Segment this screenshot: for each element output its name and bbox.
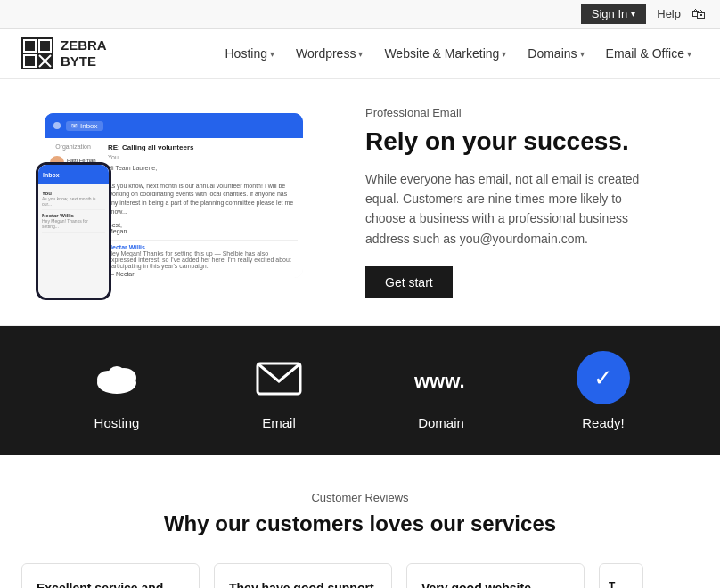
svg-point-9 (108, 366, 126, 382)
cart-icon[interactable]: 🛍 (691, 6, 706, 22)
domain-icon: www. (414, 351, 468, 404)
nav-hosting[interactable]: Hosting ▾ (218, 41, 282, 66)
feature-domain: www. Domain (414, 351, 468, 430)
chevron-down-icon: ▾ (270, 49, 274, 59)
feature-email: Email (252, 351, 306, 430)
feature-hosting: Hosting (90, 351, 143, 430)
main-nav: Hosting ▾ Wordpress ▾ Website & Marketin… (218, 41, 700, 66)
review-card-partial: T... U... (599, 563, 643, 588)
email-icon (252, 351, 306, 404)
review-card-title: Very good website (421, 580, 569, 588)
review-card-3: Very good website "Very good website, ea… (406, 563, 585, 588)
feature-domain-label: Domain (418, 415, 464, 430)
review-card-1: Excellent service and Very patient "Exce… (21, 563, 200, 588)
reviews-cards: Excellent service and Very patient "Exce… (21, 563, 699, 588)
review-card-title: They have good support (229, 580, 377, 588)
feature-hosting-label: Hosting (94, 415, 140, 430)
header: ZEBRA BYTE Hosting ▾ Wordpress ▾ Website… (0, 29, 720, 79)
review-card-title: Excellent service and Very patient (37, 580, 184, 588)
email-subject: RE: Calling all volunteers (108, 143, 298, 151)
top-bar: Sign In ▾ Help 🛍 (0, 0, 720, 29)
reviews-tag: Customer Reviews (21, 491, 699, 504)
nav-email-office[interactable]: Email & Office ▾ (599, 41, 699, 66)
get-start-button[interactable]: Get start (365, 266, 453, 298)
phone-device: Inbox You As you know, next month is our… (36, 162, 111, 300)
help-link[interactable]: Help (657, 7, 681, 20)
chevron-down-icon: ▾ (502, 49, 506, 59)
chevron-down-icon: ▾ (358, 49, 363, 59)
signin-arrow: ▾ (631, 9, 635, 19)
logo-text: ZEBRA BYTE (61, 37, 107, 69)
signin-button[interactable]: Sign In ▾ (581, 4, 646, 24)
nav-website-marketing[interactable]: Website & Marketing ▾ (377, 41, 513, 66)
cloud-icon (90, 351, 143, 404)
feature-email-label: Email (262, 415, 296, 430)
phone-email-item: You As you know, next month is our... (42, 188, 105, 210)
reviews-title: Why our customers loves our services (21, 511, 699, 536)
feature-ready-label: Ready! (582, 415, 625, 430)
nav-domains[interactable]: Domains ▾ (520, 41, 591, 66)
feature-ready: ✓ Ready! (577, 351, 630, 430)
hero-description: While everyone has email, not all email … (365, 169, 650, 249)
review-card-2: They have good support "Thy have good su… (214, 563, 392, 588)
reviews-section: Customer Reviews Why our customers loves… (0, 455, 720, 588)
hero-tag: Professional Email (365, 106, 684, 119)
ready-circle-icon: ✓ (577, 351, 630, 404)
chevron-down-icon: ▾ (580, 49, 585, 59)
phone-email-item: Nectar Willis Hey Megan! Thanks for sett… (42, 210, 105, 233)
hero-title: Rely on your success. (365, 127, 684, 157)
svg-text:www.: www. (414, 370, 465, 392)
logo-icon (21, 37, 53, 69)
sidebar-org-label: Organization (48, 143, 98, 150)
chevron-down-icon: ▾ (687, 49, 691, 59)
email-body: Hi Team Laurene,As you know, next month … (108, 164, 298, 216)
hero-image: ✉ Inbox Organization Patti Fernandez Exe… (36, 113, 330, 291)
hero-text: Professional Email Rely on your success.… (365, 106, 684, 298)
nav-wordpress[interactable]: Wordpress ▾ (289, 41, 370, 66)
logo[interactable]: ZEBRA BYTE (21, 37, 107, 69)
signin-label: Sign In (592, 7, 627, 20)
hero-section: ✉ Inbox Organization Patti Fernandez Exe… (0, 79, 720, 326)
features-strip: Hosting Email www. Domain ✓ Ready! (0, 326, 720, 455)
